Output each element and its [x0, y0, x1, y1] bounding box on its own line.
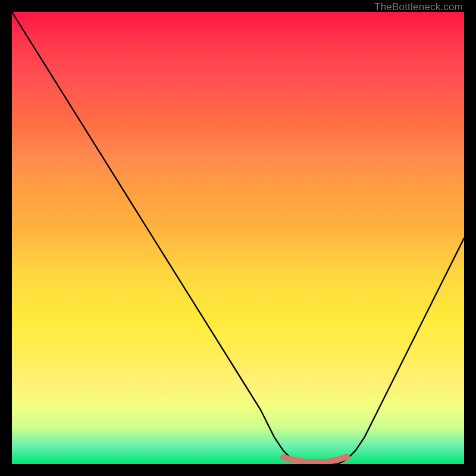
- curve-svg: [12, 12, 464, 464]
- bottleneck-curve: [12, 12, 464, 464]
- watermark-text: TheBottleneck.com: [374, 1, 463, 13]
- optimum-marker: [283, 458, 346, 462]
- optimum-dot: [343, 454, 350, 461]
- plot-area: [12, 12, 464, 464]
